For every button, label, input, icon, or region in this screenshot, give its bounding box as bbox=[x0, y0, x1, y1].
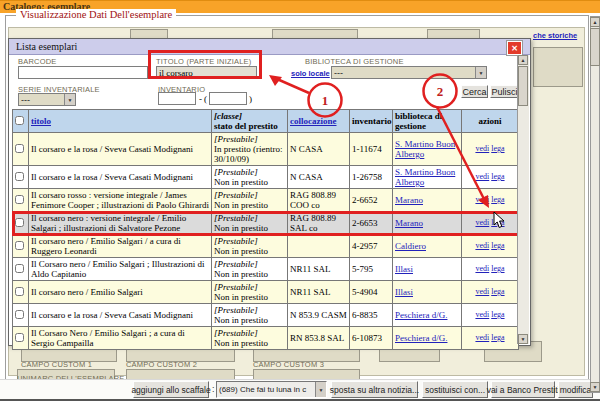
biblioteca-link[interactable]: Illasi bbox=[395, 264, 413, 274]
vedi-link[interactable]: vedi bbox=[475, 264, 489, 273]
titolo-sort-link[interactable]: titolo bbox=[31, 116, 51, 126]
cell-stato-wrap: [Prestabile] In prestito (rientro: 30/10… bbox=[212, 133, 288, 166]
biblioteca-link[interactable]: S. Martino Buon Albergo bbox=[395, 167, 455, 187]
titolo-input[interactable] bbox=[156, 66, 257, 79]
background-field[interactable] bbox=[533, 47, 583, 87]
row-checkbox[interactable] bbox=[15, 333, 24, 342]
sposta-notizia-button[interactable]: sposta su altra notizia... bbox=[331, 381, 418, 398]
window-scrollbar[interactable]: ▲ ▼ bbox=[590, 16, 600, 393]
biblioteca-link[interactable]: Peschiera d/G. bbox=[395, 310, 447, 320]
modal-scrollbar-thumb[interactable] bbox=[518, 66, 528, 106]
vedi-link[interactable]: vedi bbox=[475, 287, 489, 296]
vedi-link[interactable]: vedi bbox=[475, 241, 489, 250]
lega-link[interactable]: lega bbox=[491, 287, 504, 296]
serie-select-value: --- bbox=[21, 95, 64, 105]
inventario-to-input[interactable] bbox=[209, 92, 247, 105]
vedi-link[interactable]: vedi bbox=[475, 218, 489, 227]
table-row[interactable]: Il corsaro rosso : versione integrale / … bbox=[13, 189, 519, 212]
inventario-from-input[interactable] bbox=[158, 92, 196, 105]
aggiungi-scaffale-button[interactable]: aggiungi allo scaffale bbox=[133, 381, 209, 398]
lega-link[interactable]: lega bbox=[491, 195, 504, 204]
lega-link[interactable]: lega bbox=[491, 333, 504, 342]
cell-inventario: 2-6653 bbox=[350, 212, 393, 235]
biblioteca-link[interactable]: Caldiero bbox=[395, 241, 426, 251]
biblioteca-link[interactable]: Marano bbox=[395, 195, 423, 205]
cell-stato-wrap: [Prestabile] Non in prestito bbox=[212, 189, 288, 212]
lega-link[interactable]: lega bbox=[491, 264, 504, 273]
row-checkbox[interactable] bbox=[15, 218, 24, 227]
vedi-link[interactable]: vedi bbox=[475, 144, 489, 153]
row-checkbox[interactable] bbox=[15, 310, 24, 319]
scroll-down-icon[interactable]: ▼ bbox=[518, 334, 528, 344]
row-checkbox[interactable] bbox=[15, 144, 24, 153]
row-checkbox[interactable] bbox=[15, 241, 24, 250]
sostituisci-button[interactable]: sostituisci con... bbox=[422, 381, 488, 398]
header-classe: [classe] bbox=[214, 111, 285, 121]
esemplari-table-body: Il corsaro e la rosa / Sveva Casati Modi… bbox=[13, 133, 519, 350]
table-row[interactable]: Il corsaro e la rosa / Sveva Casati Modi… bbox=[13, 133, 519, 166]
vedi-link[interactable]: vedi bbox=[475, 172, 489, 181]
modal-scrollbar[interactable]: ▲ ▼ bbox=[517, 55, 529, 344]
cell-classe: [Prestabile] bbox=[214, 134, 285, 144]
cell-collocazione: N CASA bbox=[288, 166, 350, 189]
barcode-input[interactable] bbox=[18, 66, 148, 79]
vedi-link[interactable]: vedi bbox=[475, 310, 489, 319]
table-row[interactable]: Il corsaro nero / Emilio Salgari / a cur… bbox=[13, 235, 519, 258]
pulisci-button[interactable]: Pulisci bbox=[490, 85, 519, 98]
bottom-divider bbox=[0, 399, 600, 401]
lista-esemplari-modal: Lista esemplari ✕ BARCODE TITOLO (PARTE … bbox=[8, 38, 531, 346]
biblioteca-link[interactable]: S. Martino Buon Albergo bbox=[395, 139, 455, 159]
biblioteca-link[interactable]: Marano bbox=[395, 218, 423, 228]
header-select bbox=[13, 110, 29, 133]
close-icon[interactable]: ✕ bbox=[507, 41, 522, 55]
cell-titolo: Il corsaro nero : versione integrale / E… bbox=[29, 212, 212, 235]
paren-open: ( bbox=[204, 94, 207, 104]
select-all-checkbox[interactable] bbox=[15, 116, 24, 125]
table-row[interactable]: Il corsaro nero : versione integrale / E… bbox=[13, 212, 519, 235]
table-row[interactable]: Il corsaro e la rosa / Sveva Casati Modi… bbox=[13, 166, 519, 189]
table-row[interactable]: Il Corsaro Nero / Emilio Salgari ; a cur… bbox=[13, 327, 519, 350]
lega-link[interactable]: lega bbox=[491, 241, 504, 250]
lega-link[interactable]: lega bbox=[491, 144, 504, 153]
table-row[interactable]: Il Corsaro nero / Emilio Salgari ; Illus… bbox=[13, 258, 519, 281]
chevron-down-icon[interactable]: ▼ bbox=[64, 94, 75, 105]
lega-link[interactable]: lega bbox=[491, 218, 504, 227]
vedi-link[interactable]: vedi bbox=[475, 195, 489, 204]
scaffale-select[interactable]: (689) Che fai tu luna in c ▼ bbox=[216, 381, 327, 398]
cerca-button[interactable]: Cerca bbox=[461, 85, 488, 98]
lega-link[interactable]: lega bbox=[491, 172, 504, 181]
lega-link[interactable]: lega bbox=[491, 310, 504, 319]
scroll-down-icon[interactable]: ▼ bbox=[590, 382, 600, 392]
biblioteca-select[interactable]: --- ▼ bbox=[331, 66, 487, 79]
chevron-down-icon[interactable]: ▼ bbox=[315, 382, 326, 397]
campo-custom-3-label: CAMPO CUSTOM 3 bbox=[253, 360, 324, 369]
solo-locale-link[interactable]: solo locale bbox=[291, 69, 330, 78]
cell-stato: Non in prestito bbox=[214, 200, 285, 210]
row-checkbox[interactable] bbox=[15, 287, 24, 296]
cell-stato-wrap: [Prestabile] Non in prestito bbox=[212, 212, 288, 235]
cell-stato-wrap: [Prestabile] Non in prestito bbox=[212, 281, 288, 304]
row-checkbox[interactable] bbox=[15, 264, 24, 273]
table-row[interactable]: Il corsaro e la rosa / Sveva Casati Modi… bbox=[13, 304, 519, 327]
biblioteca-link[interactable]: Peschiera d/G. bbox=[395, 333, 447, 343]
scroll-up-icon[interactable]: ▲ bbox=[518, 55, 528, 65]
table-row[interactable]: Il corsaro nero / Emilio Salgari [Presta… bbox=[13, 281, 519, 304]
row-checkbox[interactable] bbox=[15, 195, 24, 204]
row-checkbox[interactable] bbox=[15, 172, 24, 181]
schede-storiche-link[interactable]: che storiche bbox=[533, 31, 577, 40]
chevron-down-icon[interactable]: ▼ bbox=[475, 67, 486, 78]
cell-stato-wrap: [Prestabile] Non in prestito bbox=[212, 258, 288, 281]
header-collocazione: collocazione bbox=[288, 110, 350, 133]
vedi-link[interactable]: vedi bbox=[475, 333, 489, 342]
modal-title-bar[interactable]: Lista esemplari bbox=[9, 39, 530, 55]
scroll-up-icon[interactable]: ▲ bbox=[590, 17, 600, 27]
banco-prestiti-button[interactable]: vai a Banco Prestiti bbox=[491, 381, 555, 398]
cell-classe: [Prestabile] bbox=[214, 259, 285, 269]
collocazione-sort-link[interactable]: collocazione bbox=[290, 116, 337, 126]
cell-stato: Non in prestito bbox=[214, 223, 285, 233]
biblioteca-link[interactable]: Illasi bbox=[395, 287, 413, 297]
cell-stato: Non in prestito bbox=[214, 338, 285, 348]
serie-select[interactable]: --- ▼ bbox=[18, 93, 76, 106]
modifica-button[interactable]: modifica bbox=[558, 381, 593, 398]
window-scrollbar-thumb[interactable] bbox=[590, 28, 600, 66]
